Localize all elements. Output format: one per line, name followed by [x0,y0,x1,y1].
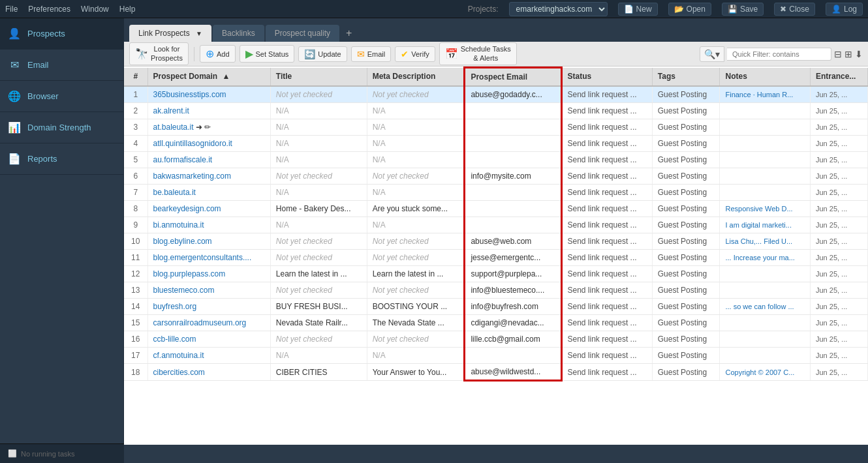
row-actions: ➜✏ [196,123,211,132]
cell-domain[interactable]: at.baleuta.it ➜✏ [147,119,270,136]
menu-window[interactable]: Window [81,5,109,14]
sidebar-item-prospects[interactable]: 👤 Prospects [0,18,123,50]
col-tags[interactable]: Tags [652,68,720,87]
email-action-button[interactable]: ✉ Email [351,46,392,62]
domain-link[interactable]: bi.anmotuina.it [153,220,204,230]
cell-domain[interactable]: carsonrailroadmuseum.org [147,315,270,331]
cell-domain[interactable]: bluestemeco.com [147,282,270,299]
tab-backlinks[interactable]: Backlinks [213,25,264,42]
download-button[interactable]: ⬇ [855,49,863,59]
cell-domain[interactable]: bi.anmotuina.it [147,217,270,233]
navigate-icon[interactable]: ➜ [196,123,202,132]
cell-domain[interactable]: 365businesstips.com [147,86,270,103]
cell-domain[interactable]: ak.alrent.it [147,103,270,119]
sidebar-item-browser[interactable]: 🌐 Browser [0,81,123,112]
col-prospect-domain[interactable]: Prospect Domain ▲ [147,68,270,87]
table-row[interactable]: 10blog.ebyline.comNot yet checkedNot yet… [124,233,868,250]
cell-domain[interactable]: bakwasmarketing.com [147,168,270,185]
domain-link[interactable]: ak.alrent.it [153,106,189,115]
tab-dropdown-arrow[interactable]: ▼ [196,30,202,37]
tab-prospect-quality[interactable]: Prospect quality [266,25,339,42]
domain-link[interactable]: blog.emergentconsultants.... [153,253,252,262]
col-prospect-email[interactable]: Prospect Email [465,68,561,87]
table-row[interactable]: 15carsonrailroadmuseum.orgNevada State R… [124,315,868,331]
domain-link[interactable]: cibercities.com [153,368,205,377]
sidebar-item-domain-strength[interactable]: 📊 Domain Strength [0,112,123,143]
set-status-button[interactable]: ▶ Set Status [240,45,295,63]
cell-domain[interactable]: blog.emergentconsultants.... [147,250,270,266]
log-button[interactable]: 👤 Log [826,3,863,16]
table-row[interactable]: 13bluestemeco.comNot yet checkedNot yet … [124,282,868,299]
search-dropdown-button[interactable]: 🔍▾ [700,46,724,62]
cell-status: Send link request ... [561,250,652,266]
domain-link[interactable]: cf.anmotuina.it [153,351,204,360]
table-row[interactable]: 18cibercities.comCIBER CITIESYour Answer… [124,364,868,381]
sidebar-item-reports[interactable]: 📄 Reports [0,143,123,175]
table-row[interactable]: 12blog.purplepass.comLearn the latest in… [124,266,868,282]
col-meta-description[interactable]: Meta Description [367,68,465,87]
domain-link[interactable]: ccb-lille.com [153,335,196,344]
grid-view-button[interactable]: ⊞ [845,49,852,59]
close-button[interactable]: ✖ Close [774,3,815,16]
cell-domain[interactable]: atll.quintillasognidoro.it [147,136,270,152]
menu-preferences[interactable]: Preferences [28,5,70,14]
tab-link-prospects[interactable]: Link Prospects ▼ [129,25,211,42]
domain-link[interactable]: be.baleuta.it [153,188,196,197]
cell-domain[interactable]: bearkeydesign.com [147,201,270,217]
table-row[interactable]: 2ak.alrent.itN/AN/ASend link request ...… [124,103,868,119]
table-row[interactable]: 6bakwasmarketing.comNot yet checkedNot y… [124,168,868,185]
domain-link[interactable]: blog.purplepass.com [153,269,226,278]
cell-domain[interactable]: cf.anmotuina.it [147,348,270,364]
table-row[interactable]: 11blog.emergentconsultants....Not yet ch… [124,250,868,266]
cell-domain[interactable]: buyfresh.org [147,299,270,315]
table-row[interactable]: 7be.baleuta.itN/AN/ASend link request ..… [124,185,868,201]
open-button[interactable]: 📂 Open [668,3,711,16]
col-status[interactable]: Status [561,68,652,87]
col-notes[interactable]: Notes [720,68,811,87]
table-row[interactable]: 16ccb-lille.comNot yet checkedNot yet ch… [124,331,868,348]
add-button[interactable]: ⊕ Add [200,45,236,63]
table-row[interactable]: 5au.formafiscale.itN/AN/ASend link reque… [124,152,868,168]
menu-help[interactable]: Help [119,5,136,14]
save-button[interactable]: 💾 Save [722,3,764,16]
table-row[interactable]: 14buyfresh.orgBUY FRESH BUSI...BOOSTING … [124,299,868,315]
table-row[interactable]: 3at.baleuta.it ➜✏N/AN/ASend link request… [124,119,868,136]
cell-domain[interactable]: blog.purplepass.com [147,266,270,282]
filter-options-button[interactable]: ⊟ [834,49,842,59]
domain-link[interactable]: carsonrailroadmuseum.org [153,318,247,327]
quick-filter-input[interactable] [727,48,831,61]
col-entrance[interactable]: Entrance... [810,68,867,87]
domain-link[interactable]: bearkeydesign.com [153,204,221,213]
table-area[interactable]: # Prospect Domain ▲ Title Meta Descripti… [124,67,868,445]
update-button[interactable]: 🔄 Update [298,46,347,62]
domain-link[interactable]: atll.quintillasognidoro.it [153,139,232,148]
table-row[interactable]: 9bi.anmotuina.itN/AN/ASend link request … [124,217,868,233]
domain-link[interactable]: bluestemeco.com [153,286,215,295]
table-row[interactable]: 8bearkeydesign.comHome - Bakery Des...Ar… [124,201,868,217]
table-row[interactable]: 1365businesstips.comNot yet checkedNot y… [124,86,868,103]
menu-file[interactable]: File [5,5,18,14]
domain-link[interactable]: blog.ebyline.com [153,237,212,246]
add-tab-button[interactable]: + [341,25,357,42]
projects-select[interactable]: emarketinghacks.com [509,2,608,16]
col-num[interactable]: # [124,68,147,87]
edit-icon[interactable]: ✏ [204,123,211,132]
cell-domain[interactable]: ccb-lille.com [147,331,270,348]
domain-link[interactable]: au.formafiscale.it [153,155,213,164]
cell-domain[interactable]: au.formafiscale.it [147,152,270,168]
table-row[interactable]: 4atll.quintillasognidoro.itN/AN/ASend li… [124,136,868,152]
cell-domain[interactable]: be.baleuta.it [147,185,270,201]
new-button[interactable]: 📄 New [618,3,658,16]
sidebar-item-email[interactable]: ✉ Email [0,50,123,81]
domain-link[interactable]: bakwasmarketing.com [153,172,231,181]
cell-domain[interactable]: blog.ebyline.com [147,233,270,250]
cell-domain[interactable]: cibercities.com [147,364,270,381]
domain-link[interactable]: 365businesstips.com [153,90,226,99]
verify-button[interactable]: ✔ Verify [395,46,435,62]
schedule-tasks-button[interactable]: 📅 Schedule Tasks & Alerts [439,42,517,65]
look-for-prospects-button[interactable]: 🔭 Look for Prospects [129,42,189,65]
domain-link[interactable]: at.baleuta.it [153,123,194,132]
col-title[interactable]: Title [270,68,367,87]
domain-link[interactable]: buyfresh.org [153,302,197,311]
table-row[interactable]: 17cf.anmotuina.itN/AN/ASend link request… [124,348,868,364]
